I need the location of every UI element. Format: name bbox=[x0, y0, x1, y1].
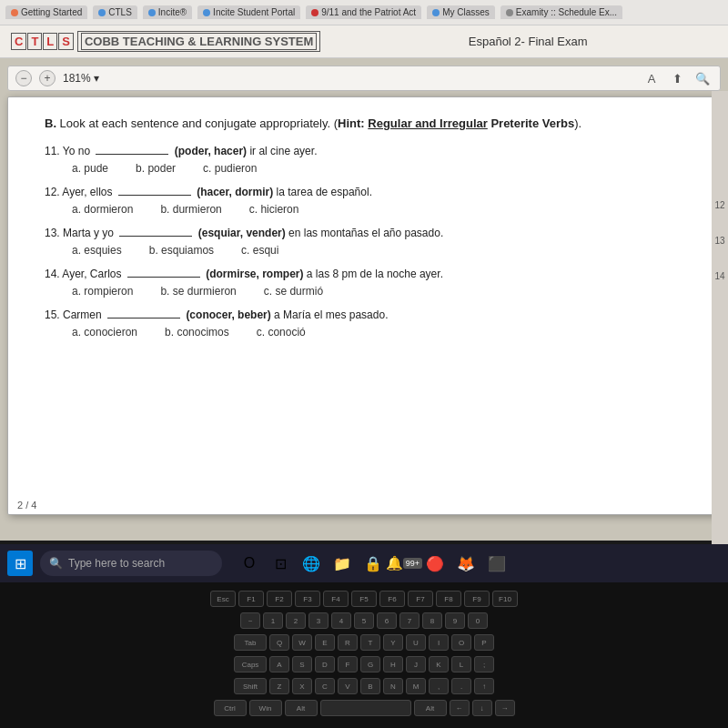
key-q[interactable]: Q bbox=[269, 634, 289, 651]
key-left[interactable]: ← bbox=[450, 700, 470, 716]
key-0[interactable]: 0 bbox=[468, 612, 488, 629]
key-f10[interactable]: F10 bbox=[492, 591, 518, 607]
key-p[interactable]: P bbox=[474, 634, 494, 651]
key-esc[interactable]: Esc bbox=[210, 591, 236, 607]
edge-icon[interactable]: 🌐 bbox=[300, 552, 322, 574]
key-z[interactable]: Z bbox=[269, 678, 289, 694]
font-button[interactable]: A bbox=[642, 68, 662, 88]
taskbar: ⊞ 🔍 Type here to search O ⊡ 🌐 📁 🔒 🔔 99+ … bbox=[0, 544, 728, 582]
choices-14: a. rompieron b. se durmieron c. se durmi… bbox=[45, 285, 683, 298]
key-s[interactable]: S bbox=[292, 656, 312, 672]
key-f1[interactable]: F1 bbox=[238, 591, 264, 607]
task-view-icon[interactable]: ⊡ bbox=[269, 552, 291, 574]
key-d[interactable]: D bbox=[315, 656, 335, 672]
sidebar-num-12: 12 bbox=[714, 200, 724, 210]
search-button[interactable]: 🔍 bbox=[693, 68, 713, 88]
security-icon[interactable]: 🔒 bbox=[362, 552, 384, 574]
zoom-out-button[interactable]: − bbox=[15, 70, 32, 86]
tab-examity[interactable]: Examity :: Schedule Ex... bbox=[500, 5, 622, 19]
key-2[interactable]: 2 bbox=[286, 612, 306, 629]
tab-getting-started[interactable]: Getting Started bbox=[5, 5, 87, 19]
key-n[interactable]: N bbox=[383, 678, 403, 694]
key-comma[interactable]: , bbox=[429, 678, 449, 694]
key-m[interactable]: M bbox=[406, 678, 426, 694]
key-f9[interactable]: F9 bbox=[464, 591, 490, 607]
start-button[interactable]: ⊞ bbox=[7, 551, 33, 576]
key-win[interactable]: Win bbox=[249, 700, 282, 716]
key-f7[interactable]: F7 bbox=[408, 591, 433, 607]
key-y[interactable]: Y bbox=[383, 634, 403, 651]
key-g[interactable]: G bbox=[360, 656, 380, 672]
key-alt-left[interactable]: Alt bbox=[285, 700, 318, 716]
key-right[interactable]: → bbox=[495, 700, 515, 716]
question-13: 13. Marta y yo (esquiar, vender) en las … bbox=[45, 227, 683, 257]
key-down[interactable]: ↓ bbox=[472, 700, 492, 716]
key-tab[interactable]: Tab bbox=[234, 634, 267, 651]
key-i[interactable]: I bbox=[429, 634, 449, 651]
key-3[interactable]: 3 bbox=[308, 612, 329, 629]
key-f8[interactable]: F8 bbox=[436, 591, 461, 607]
key-h[interactable]: H bbox=[383, 656, 403, 672]
key-k[interactable]: K bbox=[429, 656, 449, 672]
tab-ctls[interactable]: CTLS bbox=[93, 5, 137, 19]
keyboard-row-numbers: ~ 1 2 3 4 5 6 7 8 9 0 bbox=[0, 610, 728, 632]
key-period[interactable]: . bbox=[451, 678, 471, 694]
key-4[interactable]: 4 bbox=[331, 612, 351, 629]
app-icon-2[interactable]: ⬛ bbox=[486, 552, 508, 574]
key-5[interactable]: 5 bbox=[354, 612, 374, 629]
key-b[interactable]: B bbox=[360, 678, 380, 694]
key-8[interactable]: 8 bbox=[422, 612, 442, 629]
tab-incite-portal[interactable]: Incite Student Portal bbox=[197, 5, 300, 19]
keyboard-row-asdf: Caps A S D F G H J K L ; bbox=[0, 653, 728, 675]
key-j[interactable]: J bbox=[406, 656, 426, 672]
key-x[interactable]: X bbox=[292, 678, 312, 694]
key-f5[interactable]: F5 bbox=[351, 591, 377, 607]
firefox-icon[interactable]: 🦊 bbox=[455, 552, 477, 574]
choices-15: a. conocieron b. conocimos c. conoció bbox=[45, 326, 683, 339]
key-c[interactable]: C bbox=[315, 678, 335, 694]
key-f[interactable]: F bbox=[338, 656, 358, 672]
folder-icon[interactable]: 📁 bbox=[331, 552, 353, 574]
key-f4[interactable]: F4 bbox=[323, 591, 349, 607]
key-ctrl-left[interactable]: Ctrl bbox=[214, 700, 247, 716]
taskbar-search[interactable]: 🔍 Type here to search bbox=[40, 551, 222, 576]
key-e[interactable]: E bbox=[315, 634, 335, 651]
notification-icon[interactable]: 🔔 99+ bbox=[393, 552, 415, 574]
upload-button[interactable]: ⬆ bbox=[667, 68, 687, 88]
key-w[interactable]: W bbox=[292, 634, 312, 651]
key-a[interactable]: A bbox=[269, 656, 289, 672]
key-alt-right[interactable]: Alt bbox=[414, 700, 447, 716]
key-f2[interactable]: F2 bbox=[267, 591, 292, 607]
zoom-level: 181% ▾ bbox=[63, 72, 99, 85]
key-o[interactable]: O bbox=[451, 634, 471, 651]
key-f6[interactable]: F6 bbox=[379, 591, 405, 607]
key-t[interactable]: T bbox=[360, 634, 380, 651]
key-u[interactable]: U bbox=[406, 634, 426, 651]
keyboard: Esc F1 F2 F3 F4 F5 F6 F7 F8 F9 F10 ~ 1 2… bbox=[0, 582, 728, 728]
key-shift-left[interactable]: Shift bbox=[234, 678, 267, 694]
key-6[interactable]: 6 bbox=[377, 612, 397, 629]
tab-incite[interactable]: Incite® bbox=[143, 5, 192, 19]
ctls-subtitle: COBB TEACHING & LEARNING SYSTEM bbox=[81, 33, 317, 50]
toolbar-right: A ⬆ 🔍 bbox=[642, 68, 713, 88]
key-f3[interactable]: F3 bbox=[295, 591, 320, 607]
key-9[interactable]: 9 bbox=[445, 612, 465, 629]
document-content: B. Look at each sentence and conjugate a… bbox=[7, 96, 721, 515]
cortana-icon[interactable]: O bbox=[238, 552, 260, 574]
key-r[interactable]: R bbox=[338, 634, 358, 651]
tab-911-patriot[interactable]: 9/11 and the Patriot Act bbox=[306, 5, 421, 19]
key-l[interactable]: L bbox=[451, 656, 471, 672]
key-up[interactable]: ↑ bbox=[474, 678, 494, 694]
key-semicolon[interactable]: ; bbox=[474, 656, 494, 672]
zoom-in-button[interactable]: + bbox=[39, 70, 56, 86]
app-icon-1[interactable]: 🔴 bbox=[424, 552, 446, 574]
key-space[interactable] bbox=[320, 700, 411, 716]
key-v[interactable]: V bbox=[338, 678, 358, 694]
key-1[interactable]: 1 bbox=[263, 612, 283, 629]
key-7[interactable]: 7 bbox=[399, 612, 420, 629]
key-tilde[interactable]: ~ bbox=[240, 612, 260, 629]
browser-tabs: Getting Started CTLS Incite® Incite Stud… bbox=[0, 0, 728, 25]
key-caps[interactable]: Caps bbox=[234, 656, 267, 672]
tab-my-classes[interactable]: My Classes bbox=[427, 5, 495, 19]
viewer-toolbar: − + 181% ▾ A ⬆ 🔍 bbox=[7, 66, 721, 91]
